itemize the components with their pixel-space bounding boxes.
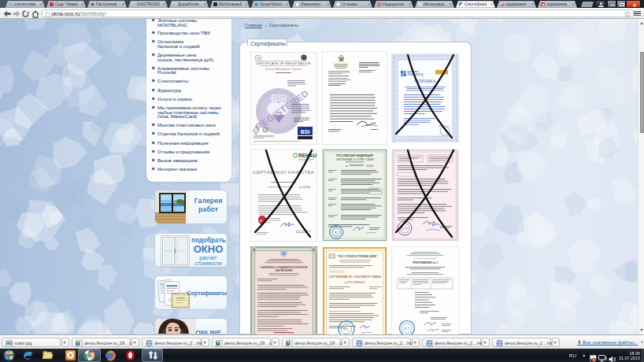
svg-text:X: X xyxy=(76,342,79,345)
svg-text:РСТ: РСТ xyxy=(402,227,408,231)
svg-text:СЕРТИФИКАТ КАЧЕСТВА: СЕРТИФИКАТ КАЧЕСТВА xyxy=(253,169,315,175)
svg-text:СЕРТИФИКАТ СООТВЕТСТВИЯ: СЕРТИФИКАТ СООТВЕТСТВИЯ xyxy=(335,158,374,161)
svg-text:№ 02724: № 02724 xyxy=(299,186,310,189)
svg-text:RE: RE xyxy=(260,220,263,223)
svg-text:X: X xyxy=(217,342,219,345)
svg-text:Quality Management System: Quality Management System xyxy=(265,68,302,71)
svg-text:S: S xyxy=(255,130,257,133)
svg-text:CERTIFICATE OF REGISTRATION: CERTIFICATE OF REGISTRATION xyxy=(256,62,310,65)
svg-text:СЕРТИФИКАТ СООТВЕТСТВИЯ: СЕРТИФИКАТ СООТВЕТСТВИЯ xyxy=(328,275,380,279)
svg-text:РОССИЙСКАЯ ФЕДЕРАЦИЯ: РОССИЙСКАЯ ФЕДЕРАЦИЯ xyxy=(336,154,373,157)
svg-text:"РОССТРОЙСЕРТИФИКАЦИЯ": "РОССТРОЙСЕРТИФИКАЦИЯ" xyxy=(337,254,378,258)
svg-text:ЗАКЛЮЧЕНИЕ: ЗАКЛЮЧЕНИЕ xyxy=(275,269,292,272)
svg-text:000000: 000000 xyxy=(366,164,374,168)
svg-text:Marketing: Marketing xyxy=(408,72,424,76)
svg-text:№: № xyxy=(346,164,348,168)
svg-text:ГСС: ГСС xyxy=(343,327,350,331)
svg-text:С: С xyxy=(335,231,337,235)
svg-text:ГСС: ГСС xyxy=(330,255,335,258)
svg-text:РСТ: РСТ xyxy=(404,327,410,331)
svg-text:BSI: BSI xyxy=(301,129,310,135)
svg-text:ПРИЛОЖЕНИЕ № 1: ПРИЛОЖЕНИЕ № 1 xyxy=(413,261,438,264)
svg-text:X: X xyxy=(287,342,289,345)
svg-text:№ РОССИЙФ0925: № РОССИЙФ0925 xyxy=(345,281,365,284)
